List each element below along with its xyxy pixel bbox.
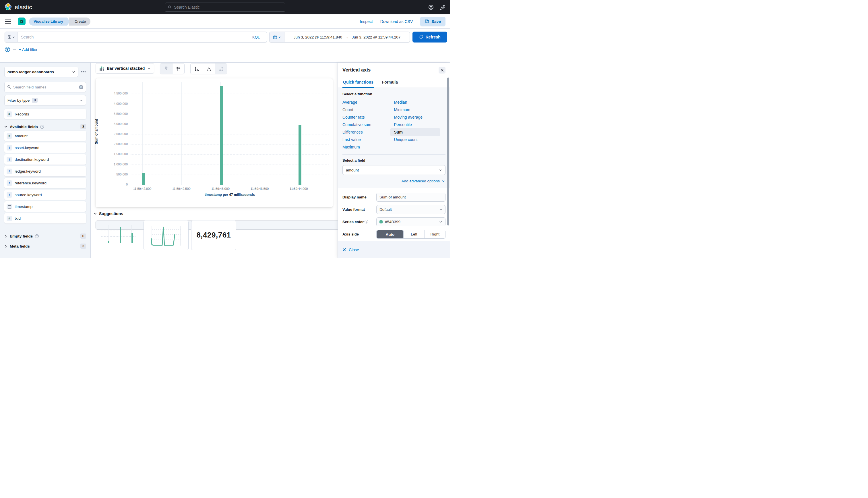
download-csv-link[interactable]: Download as CSV xyxy=(380,19,413,24)
function-option-moving-average[interactable]: Moving average xyxy=(394,114,423,120)
bottom-axis-settings-button[interactable] xyxy=(203,64,215,74)
layer-settings-icon[interactable] xyxy=(81,71,86,73)
axis-side-right[interactable]: Right xyxy=(424,230,445,238)
function-option-cumulative-sum[interactable]: Cumulative sum xyxy=(342,121,371,128)
available-fields-header[interactable]: Available fields ? 8 xyxy=(4,124,86,129)
number-type-icon: # xyxy=(6,216,12,221)
tab-formula[interactable]: Formula xyxy=(381,77,398,88)
vertical-axis-flyout: Vertical axis Quick functions Formula Se… xyxy=(338,63,450,258)
filter-icon[interactable] xyxy=(4,47,10,52)
x-axis-title[interactable]: timestamp per 47 milliseconds xyxy=(131,193,329,197)
search-icon xyxy=(7,85,11,89)
axis-side-label: Axis side xyxy=(342,232,376,236)
field-name: ledger.keyword xyxy=(15,169,41,173)
chevron-down-icon xyxy=(279,36,281,39)
value-format-select[interactable]: Default xyxy=(376,205,446,214)
suggestion-metric[interactable]: 8,429,761 xyxy=(191,221,236,250)
select-field-label: Select a field xyxy=(342,155,446,162)
chevron-right-icon xyxy=(4,245,8,248)
saved-query-menu-button[interactable] xyxy=(5,32,17,42)
y-tick-label: 500,000 xyxy=(99,173,128,176)
clear-search-icon[interactable]: ✕ xyxy=(79,85,83,89)
empty-fields-header[interactable]: Empty fields ? 0 xyxy=(4,234,86,239)
function-option-count[interactable]: Count xyxy=(342,107,353,113)
field-item-amount[interactable]: #amount xyxy=(4,131,86,141)
function-option-differences[interactable]: Differences xyxy=(342,129,363,135)
news-popper-icon[interactable] xyxy=(440,4,446,10)
date-range-end[interactable]: Jun 3, 2022 @ 11:59:44.207 xyxy=(352,35,401,39)
space-avatar[interactable]: D xyxy=(18,17,26,25)
field-sidebar: demo-ledger-dashboards... ✕ Filter by ty… xyxy=(0,63,91,258)
field-item-destination.keyword[interactable]: tdestination.keyword xyxy=(4,154,86,165)
chevron-right-icon xyxy=(4,235,8,238)
app-nav-bar: D Visualize Library Create Inspect Downl… xyxy=(0,14,450,29)
function-option-average[interactable]: Average xyxy=(342,99,357,105)
string-type-icon: t xyxy=(6,157,12,162)
help-icon: ? xyxy=(35,234,39,238)
field-search-input[interactable] xyxy=(13,85,77,89)
axis-side-left[interactable]: Left xyxy=(404,230,424,238)
kql-language-button[interactable]: KQL xyxy=(252,35,263,39)
number-type-icon: # xyxy=(6,133,12,139)
field-item-source.keyword[interactable]: tsource.keyword xyxy=(4,189,86,200)
axis-side-auto[interactable]: Auto xyxy=(377,230,404,239)
function-option-unique-count[interactable]: Unique count xyxy=(394,136,418,143)
mini-bar xyxy=(120,227,121,243)
function-option-last-value[interactable]: Last value xyxy=(342,136,361,143)
elastic-logo[interactable]: elastic xyxy=(4,3,32,11)
legend-settings-button[interactable] xyxy=(172,64,184,74)
function-option-sum[interactable]: Sum xyxy=(390,128,440,136)
suggestion-line-chart[interactable] xyxy=(144,221,189,250)
function-option-median[interactable]: Median xyxy=(394,99,407,105)
legend-icon xyxy=(176,66,181,71)
saved-query-icon xyxy=(8,35,12,39)
close-flyout-icon[interactable] xyxy=(438,67,446,74)
add-advanced-options-link[interactable]: Add advanced options xyxy=(342,175,446,188)
meta-fields-header[interactable]: Meta fields 3 xyxy=(4,244,86,249)
suggestions-header[interactable]: Suggestions xyxy=(94,211,123,216)
field-item-asset.keyword[interactable]: tasset.keyword xyxy=(4,142,86,153)
function-option-counter-rate[interactable]: Counter rate xyxy=(342,114,365,120)
save-button[interactable]: Save xyxy=(420,17,446,26)
menu-icon[interactable] xyxy=(5,19,11,24)
add-filter-link[interactable]: + Add filter xyxy=(19,48,37,52)
type-filter-count-badge: 0 xyxy=(32,97,38,103)
field-select[interactable]: amount xyxy=(342,165,446,175)
close-flyout-button[interactable]: Close xyxy=(338,241,450,258)
refresh-button[interactable]: Refresh xyxy=(412,31,447,42)
field-item-records[interactable]: # Records xyxy=(4,109,86,119)
date-range-start[interactable]: Jun 3, 2022 @ 11:59:41.840 xyxy=(294,35,342,39)
field-item-txid[interactable]: #txid xyxy=(4,213,86,223)
breadcrumb-visualize-library[interactable]: Visualize Library xyxy=(29,17,67,26)
right-axis-settings-button[interactable] xyxy=(215,64,227,74)
plot-area: 11:59:42.00011:59:42.50011:59:43.00011:5… xyxy=(131,82,329,185)
global-search-input[interactable] xyxy=(174,5,282,10)
global-search[interactable] xyxy=(165,3,285,12)
function-option-maximum[interactable]: Maximum xyxy=(342,144,360,150)
inspect-link[interactable]: Inspect xyxy=(360,19,373,24)
number-type-icon: # xyxy=(6,112,12,117)
display-name-input[interactable] xyxy=(376,193,446,201)
filter-by-type-select[interactable]: Filter by type 0 xyxy=(4,95,86,105)
index-pattern-select[interactable]: demo-ledger-dashboards... xyxy=(4,67,78,77)
breadcrumb: Visualize Library Create xyxy=(29,17,91,26)
function-option-percentile[interactable]: Percentile xyxy=(394,121,412,128)
help-icon[interactable] xyxy=(428,4,434,10)
chart-type-select[interactable]: Bar vertical stacked xyxy=(96,63,154,74)
field-name: timestamp xyxy=(15,205,32,209)
panel-scrollbar[interactable] xyxy=(447,78,449,225)
refresh-icon xyxy=(419,35,423,39)
visual-options-button[interactable] xyxy=(160,64,172,74)
field-item-reference.keyword[interactable]: treference.keyword xyxy=(4,178,86,188)
series-color-select[interactable]: #54B399 xyxy=(376,218,446,226)
breadcrumb-create: Create xyxy=(69,17,91,26)
tab-quick-functions[interactable]: Quick functions xyxy=(342,77,374,88)
field-item-timestamp[interactable]: timestamp xyxy=(4,201,86,212)
query-input[interactable] xyxy=(21,35,250,39)
date-quick-menu-button[interactable] xyxy=(270,32,284,42)
left-axis-settings-button[interactable] xyxy=(191,64,203,74)
panel-tabs: Quick functions Formula xyxy=(338,77,450,88)
global-header: elastic xyxy=(0,0,450,14)
field-item-ledger.keyword[interactable]: tledger.keyword xyxy=(4,166,86,176)
function-option-minimum[interactable]: Minimum xyxy=(394,107,410,113)
